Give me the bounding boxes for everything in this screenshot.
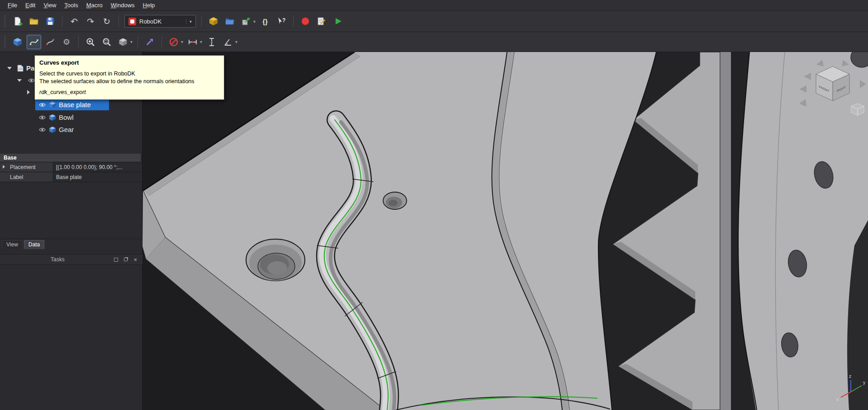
axis-y-label: y [863, 380, 865, 385]
macro-play-button[interactable] [331, 14, 345, 28]
counterbore-hole[interactable] [246, 239, 305, 281]
save-icon [45, 16, 55, 26]
menu-bar: File Edit View Tools Macro Windows Help [0, 0, 868, 11]
settings-button[interactable]: ⚙ [59, 35, 74, 49]
3d-viewport[interactable]: TOP FRONT RIGHT z y x [142, 52, 868, 410]
new-document-button[interactable] [10, 14, 25, 28]
small-hole[interactable] [383, 192, 407, 209]
menu-tools[interactable]: Tools [60, 0, 82, 10]
view-cube-button[interactable] [116, 35, 130, 49]
blue-folder-icon [225, 16, 235, 26]
eye-icon[interactable] [39, 102, 46, 108]
macro-record-button[interactable] [298, 14, 313, 28]
main-area: Pa [0, 52, 868, 410]
measure-angle-button[interactable] [221, 35, 235, 49]
purple-arrow-icon [145, 37, 155, 47]
reference-frame-button[interactable] [142, 35, 157, 49]
undo-button[interactable]: ↶ [67, 14, 81, 28]
property-name: Label [10, 174, 23, 180]
save-document-button[interactable] [43, 14, 57, 28]
iso-view-icon[interactable] [851, 104, 864, 115]
document-icon [17, 65, 24, 72]
property-name-cell[interactable]: Label [0, 172, 53, 182]
tree-item-base-plate[interactable]: Base plate [0, 99, 142, 111]
eye-icon[interactable] [39, 115, 46, 120]
eye-icon[interactable] [28, 78, 35, 83]
3d-scene-canvas[interactable]: TOP FRONT RIGHT z y x [142, 52, 868, 410]
redo-icon: ↷ [87, 17, 94, 26]
measure-vertical-button[interactable] [204, 35, 219, 49]
chevron-down-icon[interactable]: ▾ [181, 39, 183, 44]
standard-toolbar: ↶ ↷ ↻ RoboDK ▾ [0, 11, 868, 32]
property-value-cell[interactable]: [(1.00 0.00 0.00); 90.00 °;... [53, 162, 141, 172]
restore-panel-icon[interactable] [124, 258, 128, 261]
open-document-button[interactable] [27, 14, 41, 28]
flange-part-model[interactable] [735, 52, 868, 410]
toolbar-separator [201, 15, 202, 27]
curve-follow-button[interactable] [43, 35, 57, 49]
open-folder-icon [29, 16, 39, 26]
navcube-top-label: TOP [142, 52, 146, 53]
tasks-panel-header: Tasks × [0, 254, 142, 265]
measure-vertical-icon [207, 37, 217, 47]
zoom-fit-icon [85, 37, 95, 47]
property-value-cell[interactable]: Base plate [53, 172, 141, 182]
toolbar-grip[interactable] [5, 36, 7, 48]
tree-item-gear[interactable]: Gear [0, 123, 142, 136]
whats-this-button[interactable]: ? [274, 14, 289, 28]
tab-view[interactable]: View [2, 240, 23, 249]
menu-help[interactable]: Help [139, 0, 159, 10]
robodk-api-button[interactable]: {} [258, 14, 272, 28]
expander-icon[interactable] [27, 90, 30, 94]
braces-icon: {} [262, 18, 268, 25]
refresh-button[interactable]: ↻ [100, 14, 114, 28]
menu-edit[interactable]: Edit [21, 0, 39, 10]
measure-linear-button[interactable] [185, 35, 200, 49]
chevron-down-icon[interactable]: ▾ [130, 39, 133, 44]
toolbar-grip[interactable] [5, 15, 7, 27]
menu-view[interactable]: View [39, 0, 60, 10]
yellow-box-icon [209, 16, 218, 26]
tree-item-label: Gear [59, 126, 74, 133]
tree-item-label: Bowl [59, 113, 74, 121]
redo-button[interactable]: ↷ [83, 14, 98, 28]
close-panel-icon[interactable]: × [133, 258, 137, 262]
play-icon [333, 16, 343, 26]
property-row-placement[interactable]: Placement [(1.00 0.00 0.00); 90.00 °;... [0, 162, 141, 172]
curves-export-tooltip: Curves export Select the curves to expor… [34, 55, 224, 100]
property-row-label[interactable]: Label Base plate [0, 172, 141, 182]
tooltip-line-2: The selected surfaces allow to define th… [39, 78, 219, 85]
expander-icon[interactable] [7, 67, 12, 70]
menu-macro[interactable]: Macro [82, 0, 107, 10]
zoom-selection-button[interactable] [100, 35, 114, 49]
eye-icon[interactable] [39, 127, 46, 132]
isometric-view-button[interactable] [10, 35, 25, 49]
tree-item-bowl[interactable]: Bowl [0, 111, 142, 123]
model-tree-panel: Pa [0, 52, 142, 410]
chevron-down-icon[interactable]: ▾ [235, 39, 237, 44]
measure-angle-icon [223, 37, 233, 47]
axis-z-label: z [849, 374, 851, 379]
tooltip-command-name: rdk_curves_export [39, 89, 219, 95]
robodk-export-button[interactable] [239, 14, 253, 28]
expander-icon[interactable] [17, 79, 22, 82]
robodk-open-library-button[interactable] [223, 14, 237, 28]
chevron-down-icon[interactable]: ▾ [200, 39, 202, 44]
menu-file[interactable]: File [4, 0, 21, 10]
curves-export-button[interactable] [27, 35, 41, 49]
whats-this-cursor-icon: ? [276, 16, 286, 26]
property-value: Base plate [56, 174, 82, 180]
property-name-cell[interactable]: Placement [0, 162, 53, 172]
menu-windows[interactable]: Windows [107, 0, 139, 10]
workbench-selector[interactable]: RoboDK ▾ [124, 15, 196, 28]
float-panel-icon[interactable] [114, 258, 118, 262]
robodk-load-project-button[interactable] [206, 14, 221, 28]
zoom-fit-button[interactable] [83, 35, 98, 49]
expander-icon[interactable] [3, 165, 5, 169]
zoom-selection-icon [102, 37, 112, 47]
macro-edit-button[interactable] [314, 14, 329, 28]
tab-data[interactable]: Data [24, 240, 44, 249]
chevron-down-icon[interactable]: ▾ [253, 19, 256, 24]
svg-text:?: ? [282, 17, 285, 24]
clear-measurement-button[interactable] [166, 35, 181, 49]
